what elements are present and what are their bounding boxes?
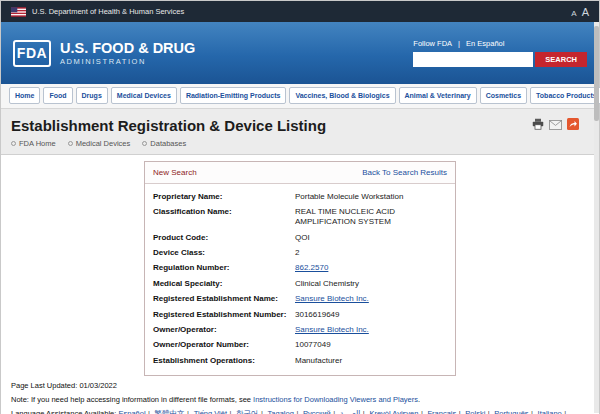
nav-item-tobacco[interactable]: Tobacco Products: [530, 87, 600, 104]
table-row: Proprietary Name:Portable Molecule Works…: [145, 189, 455, 204]
product-code-value: QOI: [293, 230, 455, 245]
search-button[interactable]: SEARCH: [535, 52, 587, 67]
top-bar: U.S. Department of Health & Human Servic…: [1, 1, 599, 22]
owner-operator-link[interactable]: Sansure Biotech Inc.: [295, 325, 369, 334]
result-box-header: New Search Back To Search Results: [145, 162, 455, 184]
back-to-results-link[interactable]: Back To Search Results: [362, 168, 447, 177]
nav-item-food[interactable]: Food: [43, 87, 72, 104]
en-espanol-link[interactable]: En Español: [466, 39, 504, 48]
lang-french[interactable]: Français: [427, 409, 456, 414]
lang-portuguese[interactable]: Português: [494, 409, 528, 414]
fda-brand-text: U.S. FOOD & DRUG ADMINISTRATION: [60, 40, 195, 66]
print-icon[interactable]: [532, 116, 544, 134]
table-row: Device Class:2: [145, 246, 455, 261]
fda-brand[interactable]: FDA U.S. FOOD & DRUG ADMINISTRATION: [13, 40, 195, 67]
table-row: Classification Name:REAL TIME NUCLEIC AC…: [145, 204, 455, 230]
table-row: Establishment Operations:Manufacturer: [145, 353, 455, 368]
hhs-department-link[interactable]: U.S. Department of Health & Human Servic…: [32, 7, 565, 16]
classification-name-value: REAL TIME NUCLEIC ACID AMPLIFICATION SYS…: [293, 204, 455, 230]
page-root: U.S. Department of Health & Human Servic…: [0, 0, 600, 414]
table-row: Owner/Operator:Sansure Biotech Inc.: [145, 323, 455, 338]
breadcrumb-databases[interactable]: Databases: [142, 139, 186, 148]
language-assistance: Language Assistance Available: Español| …: [11, 409, 589, 414]
lang-vietnamese[interactable]: Tiếng Việt: [194, 409, 227, 414]
footer-info: Page Last Updated: 01/03/2022 Note: If y…: [1, 376, 599, 414]
lang-kreyol[interactable]: Kreyòl Ayisyen: [369, 409, 418, 414]
nav-item-drugs[interactable]: Drugs: [76, 87, 108, 104]
scrollbar[interactable]: [594, 22, 599, 413]
owner-operator-number-value: 10077049: [293, 338, 455, 353]
lang-italian[interactable]: Italiano: [538, 409, 562, 414]
new-search-link[interactable]: New Search: [153, 168, 197, 177]
us-flag-icon: [11, 3, 26, 21]
lang-chinese[interactable]: 繁體中文: [155, 409, 185, 414]
table-row: Owner/Operator Number:10077049: [145, 338, 455, 353]
main-nav: Home Food Drugs Medical Devices Radiatio…: [1, 84, 599, 109]
nav-item-animal[interactable]: Animal & Veterinary: [399, 87, 477, 104]
page-last-updated: Page Last Updated: 01/03/2022: [11, 381, 589, 392]
breadcrumb-dot: [142, 141, 147, 146]
device-detail-box: New Search Back To Search Results Propri…: [144, 161, 456, 376]
search-input[interactable]: [413, 52, 533, 67]
registered-establishment-number-value: 3016619649: [293, 307, 455, 322]
share-icon[interactable]: [567, 116, 579, 134]
nav-item-medical-devices[interactable]: Medical Devices: [111, 87, 177, 104]
site-header: FDA U.S. FOOD & DRUG ADMINISTRATION Foll…: [1, 22, 599, 84]
table-row: Registered Establishment Number:30166196…: [145, 307, 455, 322]
follow-fda-link[interactable]: Follow FDA: [413, 39, 452, 48]
table-row: Medical Specialty:Clinical Chemistry: [145, 276, 455, 291]
breadcrumb-fda-home[interactable]: FDA Home: [11, 139, 56, 148]
lang-tagalog[interactable]: Tagalog: [268, 409, 294, 414]
registered-establishment-name-link[interactable]: Sansure Biotech Inc.: [295, 294, 369, 303]
lang-russian[interactable]: Русский: [303, 409, 331, 414]
lang-polish[interactable]: Polski: [465, 409, 485, 414]
breadcrumb-medical-devices[interactable]: Medical Devices: [68, 139, 131, 148]
font-size-small-button[interactable]: A: [571, 9, 576, 18]
breadcrumb-dot: [68, 141, 73, 146]
establishment-operations-value: Manufacturer: [293, 353, 455, 368]
nav-item-vaccines[interactable]: Vaccines, Blood & Biologics: [289, 87, 395, 104]
header-right: Follow FDA | En Español SEARCH: [413, 39, 587, 67]
scrollbar-thumb[interactable]: [594, 26, 599, 121]
table-row: Registered Establishment Name:Sansure Bi…: [145, 292, 455, 307]
medical-specialty-value: Clinical Chemistry: [293, 276, 455, 291]
header-link-separator: |: [458, 39, 460, 48]
nav-item-home[interactable]: Home: [9, 87, 40, 104]
lang-espanol[interactable]: Español: [118, 409, 145, 414]
table-row: Product Code:QOI: [145, 230, 455, 245]
brand-title: U.S. FOOD & DRUG: [60, 40, 195, 56]
breadcrumb: FDA Home Medical Devices Databases: [11, 134, 589, 154]
nav-item-cosmetics[interactable]: Cosmetics: [480, 87, 527, 104]
device-detail-table: Proprietary Name:Portable Molecule Works…: [145, 189, 455, 369]
device-class-value: 2: [293, 246, 455, 261]
breadcrumb-dot: [11, 141, 16, 146]
brand-subtitle: ADMINISTRATION: [60, 57, 195, 66]
search-bar: SEARCH: [413, 52, 587, 67]
title-section: Establishment Registration & Device List…: [1, 109, 599, 155]
file-formats-note: Note: If you need help accessing informa…: [11, 395, 589, 406]
table-row: Regulation Number:862.2570: [145, 261, 455, 276]
fda-logo[interactable]: FDA: [13, 40, 51, 67]
proprietary-name-value: Portable Molecule Workstation: [293, 189, 455, 204]
lang-korean[interactable]: 한국어: [236, 409, 259, 414]
font-size-large-button[interactable]: A: [582, 6, 589, 18]
language-assistance-label: Language Assistance Available:: [11, 409, 116, 414]
main-content: New Search Back To Search Results Propri…: [1, 155, 599, 376]
viewers-players-link[interactable]: Instructions for Downloading Viewers and…: [253, 395, 418, 404]
header-links: Follow FDA | En Español: [413, 39, 504, 48]
page-action-icons: [532, 116, 579, 134]
page-title: Establishment Registration & Device List…: [11, 117, 532, 134]
font-size-controls: A A: [571, 6, 589, 18]
nav-item-radiation[interactable]: Radiation-Emitting Products: [180, 87, 287, 104]
email-icon[interactable]: [549, 116, 562, 134]
lang-arabic[interactable]: العربية: [340, 409, 361, 414]
regulation-number-link[interactable]: 862.2570: [295, 263, 328, 272]
